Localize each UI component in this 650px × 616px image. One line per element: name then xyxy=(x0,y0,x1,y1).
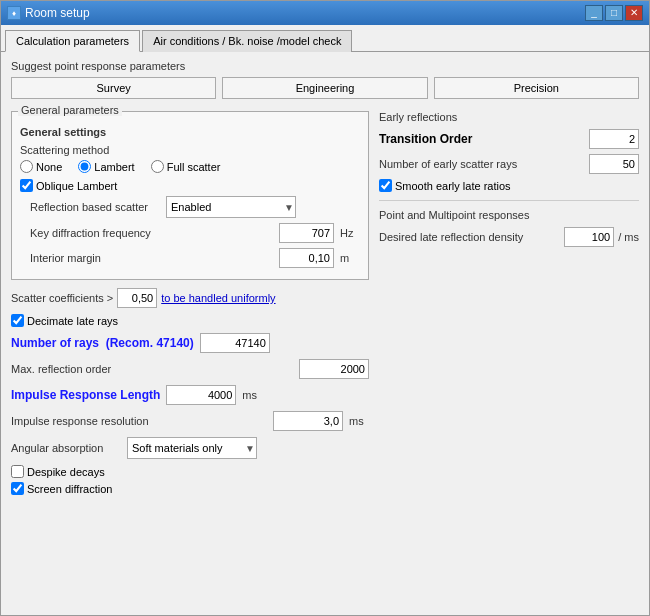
impulse-length-row: Impulse Response Length ms xyxy=(11,385,369,405)
impulse-length-unit: ms xyxy=(242,389,262,401)
screen-diffraction-checkbox[interactable] xyxy=(11,482,24,495)
desired-late-refl-label: Desired late reflection density xyxy=(379,231,560,243)
impulse-resolution-input[interactable] xyxy=(273,411,343,431)
key-diffraction-row: Key diffraction frequency Hz xyxy=(30,223,360,243)
oblique-lambert-checkbox-label[interactable]: Oblique Lambert xyxy=(20,179,360,192)
close-button[interactable]: ✕ xyxy=(625,5,643,21)
impulse-length-label: Impulse Response Length xyxy=(11,388,160,402)
precision-button[interactable]: Precision xyxy=(434,77,639,99)
num-early-scatter-row: Number of early scatter rays xyxy=(379,154,639,174)
maximize-button[interactable]: □ xyxy=(605,5,623,21)
window-title: Room setup xyxy=(25,6,90,20)
oblique-lambert-checkbox[interactable] xyxy=(20,179,33,192)
smooth-early-late-label[interactable]: Smooth early late ratios xyxy=(379,179,639,192)
despike-decays-label[interactable]: Despike decays xyxy=(11,465,369,478)
scatter-method-section: Scattering method None Lambert xyxy=(20,144,360,173)
general-params-group: General parameters General settings Scat… xyxy=(11,111,369,280)
pt-section-title: Point and Multipoint responses xyxy=(379,209,639,221)
early-reflections-title: Early reflections xyxy=(379,111,639,123)
tab-calculation-parameters[interactable]: Calculation parameters xyxy=(5,30,140,52)
full-scatter-radio[interactable] xyxy=(151,160,164,173)
title-buttons: _ □ ✕ xyxy=(585,5,643,21)
window-icon: ♦ xyxy=(7,6,21,20)
interior-margin-unit: m xyxy=(340,252,360,264)
reflection-dropdown-wrapper: Enabled Disabled ▼ xyxy=(166,196,296,218)
smooth-early-late-checkbox[interactable] xyxy=(379,179,392,192)
scatter-coeff-label: Scatter coefficients > xyxy=(11,292,113,304)
reflection-dropdown[interactable]: Enabled Disabled xyxy=(166,196,296,218)
reflection-based-scatter-row: Reflection based scatter Enabled Disable… xyxy=(30,196,360,218)
interior-margin-input[interactable] xyxy=(279,248,334,268)
screen-diffraction-label[interactable]: Screen diffraction xyxy=(11,482,369,495)
right-panel: Early reflections Transition Order Numbe… xyxy=(379,111,639,499)
reflection-based-scatter-label: Reflection based scatter xyxy=(30,201,160,213)
title-bar-left: ♦ Room setup xyxy=(7,6,90,20)
despike-decays-checkbox[interactable] xyxy=(11,465,24,478)
transition-order-input[interactable] xyxy=(589,129,639,149)
angular-absorption-row: Angular absorption Soft materials only A… xyxy=(11,437,369,459)
decimate-late-rays-checkbox[interactable] xyxy=(11,314,24,327)
interior-margin-row: Interior margin m xyxy=(30,248,360,268)
key-diffraction-label: Key diffraction frequency xyxy=(30,227,273,239)
impulse-resolution-row: Impulse response resolution ms xyxy=(11,411,369,431)
suggest-label: Suggest point response parameters xyxy=(11,60,639,72)
angular-absorption-label: Angular absorption xyxy=(11,442,121,454)
tab-air-conditions[interactable]: Air conditions / Bk. noise /model check xyxy=(142,30,352,52)
left-panel: General parameters General settings Scat… xyxy=(11,111,369,499)
impulse-resolution-unit: ms xyxy=(349,415,369,427)
num-rays-label: Number of rays (Recom. 47140) xyxy=(11,336,194,350)
num-early-scatter-label: Number of early scatter rays xyxy=(379,158,583,170)
transition-order-label: Transition Order xyxy=(379,132,583,146)
scattering-radio-group: None Lambert Full scatter xyxy=(20,160,360,173)
num-rays-row: Number of rays (Recom. 47140) xyxy=(11,333,369,353)
minimize-button[interactable]: _ xyxy=(585,5,603,21)
content-area: Suggest point response parameters Survey… xyxy=(1,52,649,615)
early-reflections-section: Early reflections Transition Order Numbe… xyxy=(379,111,639,247)
scattering-method-label: Scattering method xyxy=(20,144,360,156)
max-refl-order-label: Max. reflection order xyxy=(11,363,293,375)
desired-late-refl-row: Desired late reflection density / ms xyxy=(379,227,639,247)
transition-order-row: Transition Order xyxy=(379,129,639,149)
none-radio[interactable] xyxy=(20,160,33,173)
tab-bar: Calculation parameters Air conditions / … xyxy=(1,25,649,52)
scatter-coeff-input[interactable] xyxy=(117,288,157,308)
desired-late-refl-unit: / ms xyxy=(618,231,639,243)
impulse-length-input[interactable] xyxy=(166,385,236,405)
interior-margin-label: Interior margin xyxy=(30,252,273,264)
angular-absorption-dropdown-wrapper: Soft materials only All materials None ▼ xyxy=(127,437,257,459)
desired-late-refl-input[interactable] xyxy=(564,227,614,247)
engineering-button[interactable]: Engineering xyxy=(222,77,427,99)
lambert-radio[interactable] xyxy=(78,160,91,173)
survey-button[interactable]: Survey xyxy=(11,77,216,99)
general-params-label: General parameters xyxy=(18,104,122,116)
divider xyxy=(379,200,639,201)
num-early-scatter-input[interactable] xyxy=(589,154,639,174)
max-refl-order-input[interactable] xyxy=(299,359,369,379)
key-diffraction-input[interactable] xyxy=(279,223,334,243)
general-settings-label: General settings xyxy=(20,126,360,138)
full-scatter-radio-label[interactable]: Full scatter xyxy=(151,160,221,173)
none-radio-label[interactable]: None xyxy=(20,160,62,173)
impulse-resolution-label: Impulse response resolution xyxy=(11,415,267,427)
scatter-coeff-row: Scatter coefficients > to be handled uni… xyxy=(11,288,369,308)
decimate-late-rays-label[interactable]: Decimate late rays xyxy=(11,314,369,327)
title-bar: ♦ Room setup _ □ ✕ xyxy=(1,1,649,25)
angular-absorption-dropdown[interactable]: Soft materials only All materials None xyxy=(127,437,257,459)
scatter-coeff-link[interactable]: to be handled uniformly xyxy=(161,292,275,304)
num-rays-input[interactable] xyxy=(200,333,270,353)
preset-buttons: Survey Engineering Precision xyxy=(11,77,639,99)
lambert-radio-label[interactable]: Lambert xyxy=(78,160,134,173)
main-grid: General parameters General settings Scat… xyxy=(11,111,639,499)
max-refl-order-row: Max. reflection order xyxy=(11,359,369,379)
key-diffraction-unit: Hz xyxy=(340,227,360,239)
main-window: ♦ Room setup _ □ ✕ Calculation parameter… xyxy=(0,0,650,616)
